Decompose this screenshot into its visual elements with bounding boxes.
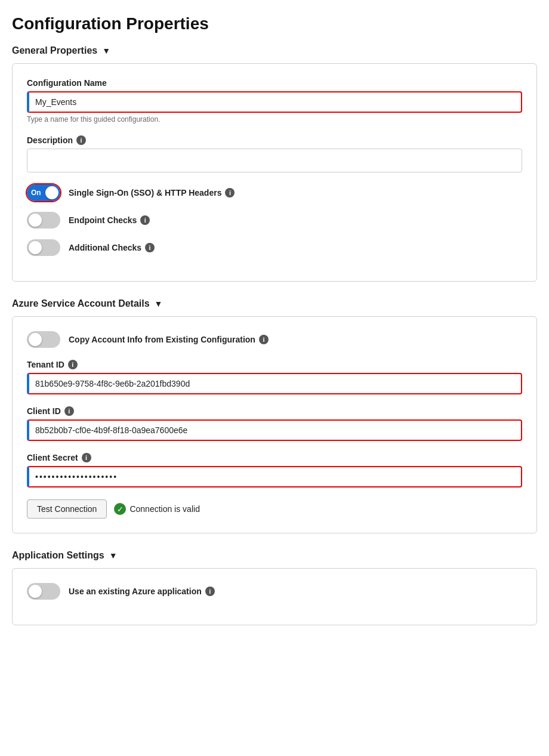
copy-account-toggle-knob xyxy=(29,333,42,346)
use-existing-toggle-knob xyxy=(29,585,42,598)
sso-label: Single Sign-On (SSO) & HTTP Headers i xyxy=(69,188,235,198)
copy-account-label: Copy Account Info from Existing Configur… xyxy=(69,335,269,344)
connection-valid-icon: ✓ xyxy=(114,503,126,515)
use-existing-toggle[interactable] xyxy=(27,583,60,600)
app-settings-card: Use an existing Azure application i xyxy=(12,568,537,625)
additional-toggle-track[interactable] xyxy=(27,239,60,256)
sso-toggle-wrapper[interactable]: On xyxy=(27,184,60,201)
use-existing-toggle-row: Use an existing Azure application i xyxy=(27,583,522,600)
sso-info-icon[interactable]: i xyxy=(225,188,235,198)
use-existing-label: Use an existing Azure application i xyxy=(69,587,215,596)
additional-label: Additional Checks i xyxy=(69,243,155,252)
use-existing-toggle-track[interactable] xyxy=(27,583,60,600)
test-connection-button[interactable]: Test Connection xyxy=(27,499,107,519)
general-properties-card: Configuration Name Type a name for this … xyxy=(12,63,537,282)
endpoint-toggle-track[interactable] xyxy=(27,212,60,229)
client-secret-group: Client Secret i xyxy=(27,453,522,487)
endpoint-info-icon[interactable]: i xyxy=(140,215,150,225)
azure-service-chevron: ▼ xyxy=(155,299,163,308)
additional-info-icon[interactable]: i xyxy=(145,243,155,252)
client-id-input[interactable] xyxy=(27,419,522,441)
sso-toggle-track[interactable]: On xyxy=(27,184,60,201)
page-title: Configuration Properties xyxy=(12,14,537,33)
additional-toggle[interactable] xyxy=(27,239,60,256)
description-info-icon[interactable]: i xyxy=(76,135,86,145)
client-id-group: Client ID i xyxy=(27,406,522,441)
copy-account-info-icon[interactable]: i xyxy=(259,335,269,344)
tenant-id-label: Tenant ID i xyxy=(27,360,522,369)
description-input[interactable] xyxy=(27,149,522,172)
additional-toggle-row: Additional Checks i xyxy=(27,239,522,256)
use-existing-info-icon[interactable]: i xyxy=(205,587,215,596)
endpoint-toggle-knob xyxy=(29,214,42,227)
client-id-info-icon[interactable]: i xyxy=(64,406,74,416)
additional-toggle-knob xyxy=(29,241,42,254)
sso-toggle-label: On xyxy=(31,189,41,197)
general-properties-label: General Properties xyxy=(12,45,97,56)
tenant-id-info-icon[interactable]: i xyxy=(68,360,78,369)
sso-toggle[interactable]: On xyxy=(27,184,60,201)
app-settings-header[interactable]: Application Settings ▼ xyxy=(12,550,537,561)
connection-status: ✓ Connection is valid xyxy=(114,503,200,515)
test-connection-row: Test Connection ✓ Connection is valid xyxy=(27,499,522,519)
app-settings-label: Application Settings xyxy=(12,550,104,561)
description-group: Description i xyxy=(27,135,522,172)
config-name-group: Configuration Name Type a name for this … xyxy=(27,78,522,124)
client-secret-label: Client Secret i xyxy=(27,453,522,462)
azure-service-header[interactable]: Azure Service Account Details ▼ xyxy=(12,298,537,309)
copy-account-toggle[interactable] xyxy=(27,331,60,348)
app-settings-chevron: ▼ xyxy=(109,551,118,560)
endpoint-toggle[interactable] xyxy=(27,212,60,229)
config-name-hint: Type a name for this guided configuratio… xyxy=(27,115,522,124)
sso-toggle-knob xyxy=(45,186,58,199)
endpoint-toggle-row: Endpoint Checks i xyxy=(27,212,522,229)
copy-account-toggle-track[interactable] xyxy=(27,331,60,348)
client-id-label: Client ID i xyxy=(27,406,522,416)
description-label: Description i xyxy=(27,135,522,145)
sso-toggle-row: On Single Sign-On (SSO) & HTTP Headers i xyxy=(27,184,522,201)
config-name-label: Configuration Name xyxy=(27,78,522,88)
copy-account-toggle-row: Copy Account Info from Existing Configur… xyxy=(27,331,522,348)
config-name-input[interactable] xyxy=(27,91,522,113)
azure-service-card: Copy Account Info from Existing Configur… xyxy=(12,316,537,533)
azure-service-label: Azure Service Account Details xyxy=(12,298,150,309)
general-properties-chevron: ▼ xyxy=(102,46,110,55)
endpoint-label: Endpoint Checks i xyxy=(69,215,150,225)
client-secret-info-icon[interactable]: i xyxy=(82,453,91,462)
tenant-id-group: Tenant ID i xyxy=(27,360,522,394)
tenant-id-input[interactable] xyxy=(27,373,522,394)
client-secret-input[interactable] xyxy=(27,466,522,487)
connection-status-text: Connection is valid xyxy=(129,504,200,514)
general-properties-header[interactable]: General Properties ▼ xyxy=(12,45,537,56)
